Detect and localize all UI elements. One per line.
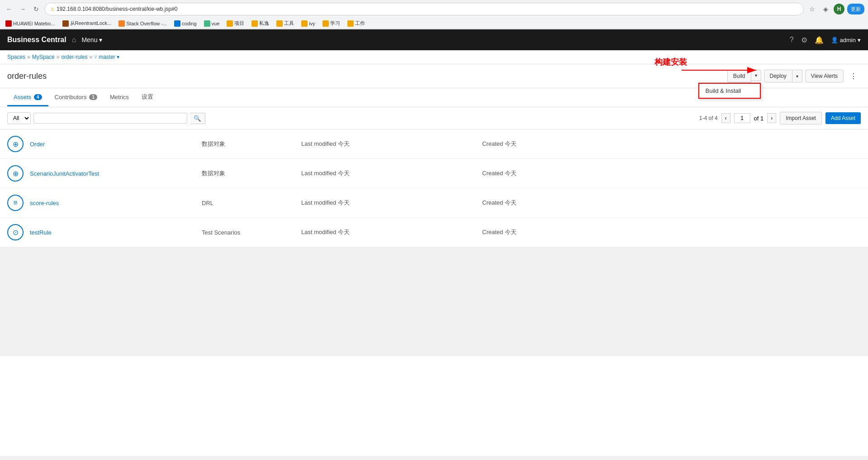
asset-icon-score: ≡ [7,195,24,211]
search-button[interactable]: 🔍 [190,113,205,124]
help-icon[interactable]: ? [790,36,794,44]
refresh-button[interactable]: ↻ [31,4,42,14]
filter-bar: All 🔍 1-4 of 4 ‹ of 1 › Import Asset Add… [0,107,868,129]
build-button-group: Build ▾ Build & Install [727,70,761,82]
page-title: order-rules [7,72,47,81]
page-actions: Build ▾ Build & Install Deploy ▾ View Al… [727,70,861,82]
bookmark-icon [347,20,354,27]
deploy-dropdown-button[interactable]: ▾ [792,70,802,82]
tab-contributors-badge: 1 [89,94,97,100]
bookmark-vue[interactable]: vue [202,19,222,28]
settings-icon[interactable]: ⚙ [801,36,807,44]
asset-type-score: DRL [202,200,256,206]
update-button[interactable]: 更新 [847,4,864,14]
bookmark-project[interactable]: 项目 [225,19,246,28]
bookmark-huawei[interactable]: HUAWEI Matebo... [4,19,57,28]
notifications-icon[interactable]: 🔔 [815,36,824,44]
tab-settings[interactable]: 设置 [135,88,160,107]
asset-name-score[interactable]: score-rules [30,200,111,206]
breadcrumb-sep: » [57,54,60,60]
build-install-option[interactable]: Build & Install [698,83,761,99]
extensions-button[interactable]: ◈ [820,4,831,14]
admin-button[interactable]: 👤 admin ▾ [831,37,861,43]
bookmark-icon [251,20,258,27]
bookmark-star-button[interactable]: ☆ [806,4,817,14]
bookmark-icon [62,20,69,27]
bookmark-reentrant[interactable]: 从ReentrantLock... [61,19,114,28]
bookmark-siyi[interactable]: 私逸 [250,19,271,28]
user-icon: 👤 [831,37,838,43]
bookmark-work[interactable]: 工作 [346,19,367,28]
bookmark-coding[interactable]: coding [172,19,198,28]
chevron-down-icon: ▾ [858,37,861,43]
asset-icon-testrule: ⊙ [7,224,24,240]
breadcrumb-spaces[interactable]: Spaces [7,54,25,60]
bookmark-label: ivy [309,21,315,26]
asset-name-testrule[interactable]: testRule [30,229,111,236]
asset-type-testrule: Test Scenarios [202,229,256,236]
asset-modified-testrule: Last modified 今天 [301,228,392,236]
asset-list: ⊕ Order 数据对象 Last modified 今天 Created 今天… [0,129,868,247]
breadcrumb-order-rules[interactable]: order-rules [61,54,87,60]
chevron-down-icon: ▾ [117,54,119,60]
home-icon[interactable]: ⌂ [72,36,76,44]
table-row: ⊕ ScenarioJunitActivatorTest 数据对象 Last m… [0,159,868,188]
add-asset-button[interactable]: Add Asset [825,112,861,124]
asset-name-scenario[interactable]: ScenarioJunitActivatorTest [30,170,111,177]
forward-button[interactable]: → [17,4,28,14]
breadcrumb-myspace[interactable]: MySpace [32,54,55,60]
profile-button[interactable]: H [834,4,844,14]
deploy-button[interactable]: Deploy [764,70,792,82]
bookmark-tools[interactable]: 工具 [275,19,296,28]
content-area [0,247,868,356]
search-input[interactable] [33,113,187,124]
asset-created-order: Created 今天 [482,140,573,148]
breadcrumb: Spaces » MySpace » order-rules » ⑂ maste… [0,50,868,64]
asset-modified-score: Last modified 今天 [301,199,392,207]
bookmark-ivy[interactable]: ivy [299,19,317,28]
table-row: ⊙ testRule Test Scenarios Last modified … [0,218,868,247]
build-button[interactable]: Build [727,70,751,82]
asset-name-order[interactable]: Order [30,141,111,148]
view-alerts-button[interactable]: View Alerts [805,70,844,82]
asset-modified-scenario: Last modified 今天 [301,169,392,177]
tab-metrics-label: Metrics [110,94,129,101]
page-content: Spaces » MySpace » order-rules » ⑂ maste… [0,50,868,456]
table-row: ⊕ Order 数据对象 Last modified 今天 Created 今天 [0,129,868,159]
bookmark-study[interactable]: 学习 [321,19,342,28]
tab-contributors-label: Contributors [55,94,87,101]
tab-contributors[interactable]: Contributors 1 [48,89,104,106]
tab-assets[interactable]: Assets 4 [7,89,48,106]
bookmark-icon [323,20,329,27]
more-options-button[interactable]: ⋮ [846,70,861,82]
asset-icon-order: ⊕ [7,136,24,152]
asset-type-filter[interactable]: All [7,112,31,124]
next-page-button[interactable]: › [767,113,776,123]
tab-settings-label: 设置 [142,93,153,101]
bookmark-icon [174,20,180,27]
asset-created-scenario: Created 今天 [482,169,573,177]
bookmarks-bar: HUAWEI Matebo... 从ReentrantLock... Stack… [0,18,868,29]
app-title: Business Central [7,36,66,44]
branch-selector[interactable]: ⑂ master ▾ [94,54,119,60]
bookmark-stackoverflow[interactable]: Stack Overflow -... [117,19,169,28]
page-number-input[interactable] [734,113,750,123]
asset-modified-order: Last modified 今天 [301,140,392,148]
asset-created-testrule: Created 今天 [482,228,573,236]
url-text: 192.168.0.104:8080/business-central/kie-… [57,6,178,12]
table-row: ≡ score-rules DRL Last modified 今天 Creat… [0,188,868,218]
bookmark-label: Stack Overflow -... [126,21,167,26]
prev-page-button[interactable]: ‹ [721,113,730,123]
bookmark-label: vue [212,21,220,26]
address-bar[interactable]: ⚠ 192.168.0.104:8080/business-central/ki… [44,3,804,15]
build-dropdown-button[interactable]: ▾ [751,70,761,81]
menu-button[interactable]: Menu ▾ [81,36,102,43]
import-asset-button[interactable]: Import Asset [780,112,822,125]
asset-icon-scenario: ⊕ [7,165,24,182]
bookmark-label: 学习 [330,20,340,27]
tab-metrics[interactable]: Metrics [104,89,135,106]
bookmark-label: 工具 [284,20,294,27]
back-button[interactable]: ← [4,4,14,14]
security-icon: ⚠ [50,6,55,12]
app-header: Business Central ⌂ Menu ▾ ? ⚙ 🔔 👤 admin … [0,29,868,50]
